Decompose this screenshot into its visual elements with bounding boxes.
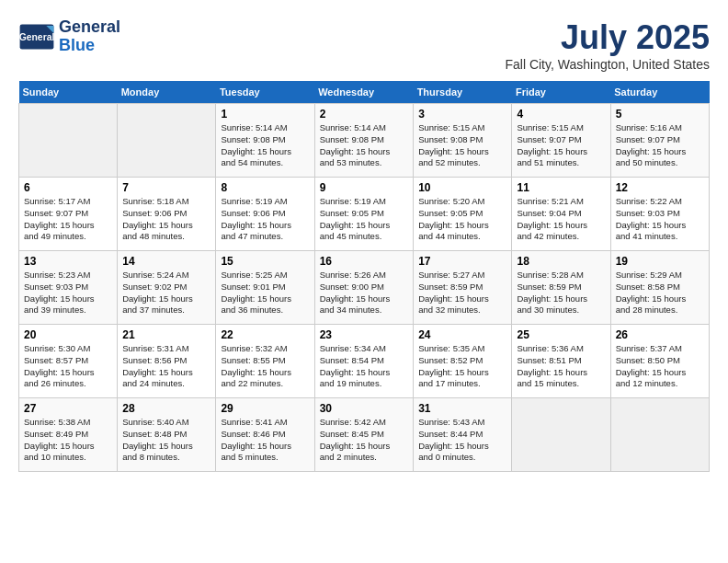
day-info: Sunrise: 5:15 AM Sunset: 9:08 PM Dayligh… <box>418 122 506 169</box>
day-cell: 7Sunrise: 5:18 AM Sunset: 9:06 PM Daylig… <box>118 178 216 251</box>
header-cell-thursday: Thursday <box>414 81 512 104</box>
day-cell: 31Sunrise: 5:43 AM Sunset: 8:44 PM Dayli… <box>414 398 512 472</box>
day-number: 31 <box>418 402 506 415</box>
day-number: 17 <box>418 255 506 268</box>
header-cell-friday: Friday <box>512 81 610 104</box>
day-info: Sunrise: 5:41 AM Sunset: 8:46 PM Dayligh… <box>221 417 309 464</box>
day-info: Sunrise: 5:43 AM Sunset: 8:44 PM Dayligh… <box>418 417 506 464</box>
calendar-body: 1Sunrise: 5:14 AM Sunset: 9:08 PM Daylig… <box>19 104 710 472</box>
day-info: Sunrise: 5:26 AM Sunset: 9:00 PM Dayligh… <box>320 270 408 316</box>
header-cell-saturday: Saturday <box>610 81 709 104</box>
day-number: 20 <box>24 328 112 341</box>
day-cell: 27Sunrise: 5:38 AM Sunset: 8:49 PM Dayli… <box>19 398 118 472</box>
day-number: 1 <box>221 108 309 121</box>
day-info: Sunrise: 5:22 AM Sunset: 9:03 PM Dayligh… <box>616 196 704 243</box>
week-row-5: 27Sunrise: 5:38 AM Sunset: 8:49 PM Dayli… <box>19 398 710 472</box>
day-number: 4 <box>517 108 605 121</box>
day-info: Sunrise: 5:19 AM Sunset: 9:05 PM Dayligh… <box>320 196 408 243</box>
location: Fall City, Washington, United States <box>505 57 710 72</box>
day-info: Sunrise: 5:35 AM Sunset: 8:52 PM Dayligh… <box>418 343 506 390</box>
day-number: 7 <box>122 181 210 194</box>
month-title: July 2025 <box>505 18 710 57</box>
day-info: Sunrise: 5:27 AM Sunset: 8:59 PM Dayligh… <box>418 270 506 316</box>
week-row-1: 1Sunrise: 5:14 AM Sunset: 9:08 PM Daylig… <box>19 104 710 178</box>
day-cell: 15Sunrise: 5:25 AM Sunset: 9:01 PM Dayli… <box>216 251 314 325</box>
title-section: July 2025 Fall City, Washington, United … <box>505 18 710 72</box>
day-cell <box>118 104 216 178</box>
day-number: 10 <box>418 181 506 194</box>
day-cell: 14Sunrise: 5:24 AM Sunset: 9:02 PM Dayli… <box>118 251 216 325</box>
logo-icon: General <box>18 18 55 55</box>
day-number: 8 <box>221 181 309 194</box>
day-info: Sunrise: 5:31 AM Sunset: 8:56 PM Dayligh… <box>122 343 210 390</box>
day-number: 2 <box>320 108 408 121</box>
day-cell: 23Sunrise: 5:34 AM Sunset: 8:54 PM Dayli… <box>314 325 413 398</box>
day-cell: 1Sunrise: 5:14 AM Sunset: 9:08 PM Daylig… <box>216 104 314 178</box>
day-info: Sunrise: 5:21 AM Sunset: 9:04 PM Dayligh… <box>517 196 605 243</box>
day-number: 12 <box>616 181 704 194</box>
day-number: 21 <box>122 328 210 341</box>
day-cell: 18Sunrise: 5:28 AM Sunset: 8:59 PM Dayli… <box>512 251 610 325</box>
day-info: Sunrise: 5:36 AM Sunset: 8:51 PM Dayligh… <box>517 343 605 390</box>
day-info: Sunrise: 5:30 AM Sunset: 8:57 PM Dayligh… <box>24 343 112 390</box>
day-number: 25 <box>517 328 605 341</box>
day-cell: 6Sunrise: 5:17 AM Sunset: 9:07 PM Daylig… <box>19 178 118 251</box>
calendar-header: SundayMondayTuesdayWednesdayThursdayFrid… <box>19 81 710 104</box>
day-info: Sunrise: 5:34 AM Sunset: 8:54 PM Dayligh… <box>320 343 408 390</box>
page-header: General General Blue July 2025 Fall City… <box>18 18 710 72</box>
day-info: Sunrise: 5:19 AM Sunset: 9:06 PM Dayligh… <box>221 196 309 243</box>
day-info: Sunrise: 5:42 AM Sunset: 8:45 PM Dayligh… <box>320 417 408 464</box>
day-info: Sunrise: 5:25 AM Sunset: 9:01 PM Dayligh… <box>221 270 309 316</box>
day-cell <box>610 398 709 472</box>
svg-text:General: General <box>19 32 55 42</box>
day-info: Sunrise: 5:32 AM Sunset: 8:55 PM Dayligh… <box>221 343 309 390</box>
day-cell: 25Sunrise: 5:36 AM Sunset: 8:51 PM Dayli… <box>512 325 610 398</box>
day-number: 6 <box>24 181 112 194</box>
day-number: 27 <box>24 402 112 415</box>
day-number: 16 <box>320 255 408 268</box>
header-cell-tuesday: Tuesday <box>216 81 314 104</box>
day-number: 9 <box>320 181 408 194</box>
day-number: 5 <box>616 108 704 121</box>
day-number: 13 <box>24 255 112 268</box>
day-number: 15 <box>221 255 309 268</box>
day-number: 11 <box>517 181 605 194</box>
day-info: Sunrise: 5:28 AM Sunset: 8:59 PM Dayligh… <box>517 270 605 316</box>
day-cell: 3Sunrise: 5:15 AM Sunset: 9:08 PM Daylig… <box>414 104 512 178</box>
day-number: 30 <box>320 402 408 415</box>
calendar-table: SundayMondayTuesdayWednesdayThursdayFrid… <box>18 81 710 472</box>
day-info: Sunrise: 5:29 AM Sunset: 8:58 PM Dayligh… <box>616 270 704 316</box>
day-cell: 2Sunrise: 5:14 AM Sunset: 9:08 PM Daylig… <box>314 104 413 178</box>
day-info: Sunrise: 5:16 AM Sunset: 9:07 PM Dayligh… <box>616 122 704 169</box>
day-number: 26 <box>616 328 704 341</box>
day-cell: 12Sunrise: 5:22 AM Sunset: 9:03 PM Dayli… <box>610 178 709 251</box>
day-cell: 10Sunrise: 5:20 AM Sunset: 9:05 PM Dayli… <box>414 178 512 251</box>
day-cell: 11Sunrise: 5:21 AM Sunset: 9:04 PM Dayli… <box>512 178 610 251</box>
day-info: Sunrise: 5:14 AM Sunset: 9:08 PM Dayligh… <box>320 122 408 169</box>
day-cell: 5Sunrise: 5:16 AM Sunset: 9:07 PM Daylig… <box>610 104 709 178</box>
day-number: 18 <box>517 255 605 268</box>
day-info: Sunrise: 5:37 AM Sunset: 8:50 PM Dayligh… <box>616 343 704 390</box>
day-number: 3 <box>418 108 506 121</box>
day-cell <box>19 104 118 178</box>
header-cell-monday: Monday <box>118 81 216 104</box>
logo: General General Blue <box>18 18 120 55</box>
logo-text: General Blue <box>59 18 120 55</box>
day-info: Sunrise: 5:40 AM Sunset: 8:48 PM Dayligh… <box>122 417 210 464</box>
day-cell: 20Sunrise: 5:30 AM Sunset: 8:57 PM Dayli… <box>19 325 118 398</box>
day-number: 29 <box>221 402 309 415</box>
day-info: Sunrise: 5:24 AM Sunset: 9:02 PM Dayligh… <box>122 270 210 316</box>
day-cell: 4Sunrise: 5:15 AM Sunset: 9:07 PM Daylig… <box>512 104 610 178</box>
day-number: 19 <box>616 255 704 268</box>
day-info: Sunrise: 5:15 AM Sunset: 9:07 PM Dayligh… <box>517 122 605 169</box>
day-cell: 17Sunrise: 5:27 AM Sunset: 8:59 PM Dayli… <box>414 251 512 325</box>
day-cell <box>512 398 610 472</box>
day-cell: 13Sunrise: 5:23 AM Sunset: 9:03 PM Dayli… <box>19 251 118 325</box>
day-info: Sunrise: 5:20 AM Sunset: 9:05 PM Dayligh… <box>418 196 506 243</box>
week-row-2: 6Sunrise: 5:17 AM Sunset: 9:07 PM Daylig… <box>19 178 710 251</box>
header-cell-sunday: Sunday <box>19 81 118 104</box>
day-cell: 24Sunrise: 5:35 AM Sunset: 8:52 PM Dayli… <box>414 325 512 398</box>
day-number: 28 <box>122 402 210 415</box>
day-info: Sunrise: 5:23 AM Sunset: 9:03 PM Dayligh… <box>24 270 112 316</box>
day-info: Sunrise: 5:18 AM Sunset: 9:06 PM Dayligh… <box>122 196 210 243</box>
